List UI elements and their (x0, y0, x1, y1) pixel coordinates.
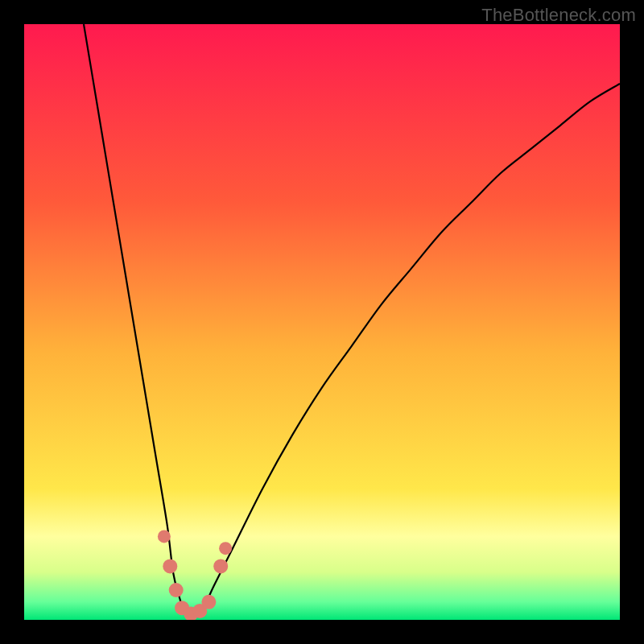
watermark-text: TheBottleneck.com (481, 5, 636, 26)
chart-frame: TheBottleneck.com (0, 0, 644, 644)
data-marker (169, 583, 184, 597)
data-marker (158, 530, 171, 543)
data-marker (201, 595, 216, 609)
plot-area (24, 24, 620, 620)
data-marker (219, 542, 232, 555)
data-marker (163, 559, 177, 573)
bottleneck-curve-layer (24, 24, 620, 620)
data-marker (213, 559, 228, 573)
